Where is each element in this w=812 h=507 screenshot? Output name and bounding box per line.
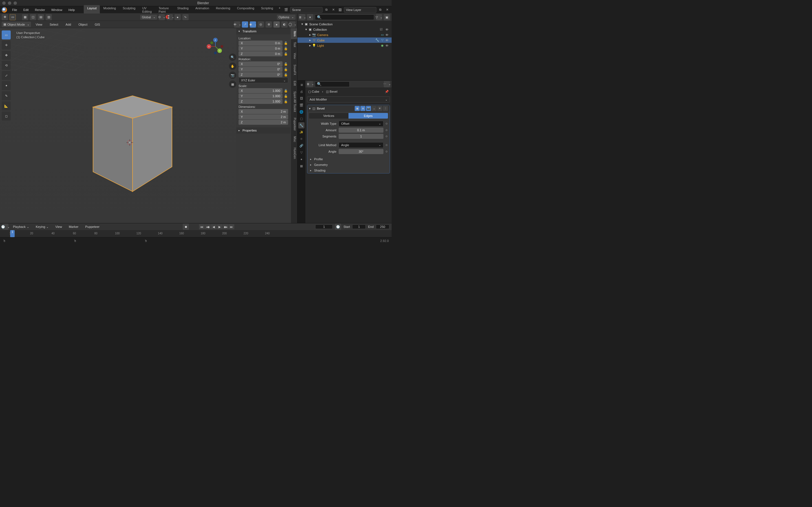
blender-logo-icon[interactable] — [2, 7, 7, 13]
anim-dot[interactable] — [386, 151, 388, 152]
workspace-tab-sculpting[interactable]: Sculpting — [119, 5, 139, 15]
add-menu[interactable]: Add — [63, 22, 74, 27]
outliner-displaymode-icon[interactable]: ▾ — [307, 14, 313, 20]
autokey-icon[interactable]: ⏺ — [183, 224, 189, 230]
viewport-options[interactable]: Options — [277, 15, 296, 20]
outliner-search[interactable] — [315, 14, 374, 20]
n-tab-item[interactable]: Item — [291, 28, 297, 39]
zoom-icon[interactable]: 🔍 — [229, 54, 236, 61]
eye-icon[interactable]: 👁 — [386, 39, 390, 42]
outliner-mode-icon[interactable]: ≣ — [299, 14, 305, 20]
scene-browse-icon[interactable]: 🎬 — [283, 7, 289, 13]
outliner-new-collection-icon[interactable]: ▣ — [384, 14, 390, 20]
tree-cube[interactable]: ▸ ▽ Cube 🔧 ▽ 👁 — [297, 38, 392, 43]
marker-menu[interactable]: Marker — [66, 224, 81, 229]
jump-start-icon[interactable]: ⏮ — [199, 224, 205, 229]
rotation-x[interactable]: X0° — [239, 61, 283, 66]
visibility-dropdown[interactable]: 👁 — [234, 21, 240, 27]
tab-constraints[interactable]: 🔗 — [298, 143, 305, 149]
dim-y[interactable]: Y2 m — [239, 114, 288, 119]
close-window[interactable] — [2, 1, 6, 5]
menu-file[interactable]: File — [9, 7, 20, 13]
outliner-filter-icon[interactable]: ▽ — [376, 14, 382, 20]
tl-puppeteer-menu[interactable]: Puppeteer — [83, 224, 102, 229]
tab-viewlayer[interactable]: 🖼 — [298, 95, 305, 101]
lock-icon[interactable]: 🔓 — [284, 99, 288, 104]
mod-dropdown-icon[interactable]: ⌄ — [371, 106, 377, 111]
tab-scene[interactable]: 🎬 — [298, 102, 305, 108]
angle-field[interactable]: 30° — [339, 149, 384, 154]
viewport-canvas[interactable]: User Perspective (1) Collection | Cube ▭… — [0, 28, 297, 223]
tab-output[interactable]: 🖨 — [298, 89, 305, 95]
eye-icon[interactable]: 👁 — [386, 44, 390, 47]
mod-extra-icon[interactable]: ⋮ — [383, 106, 388, 111]
viewlayer-copy-icon[interactable]: ⧉ — [377, 7, 383, 13]
workspace-tab-layout[interactable]: Layout — [84, 5, 100, 15]
tree-collection[interactable]: ▾ ▣ Collection ☑ 👁 — [297, 27, 392, 32]
gizmo-toggle-icon[interactable]: ↗ — [242, 21, 248, 27]
mod-render-icon[interactable]: 📷 — [366, 106, 371, 111]
n-tab-tool[interactable]: Tool — [291, 39, 297, 50]
tab-world[interactable]: 🌐 — [298, 109, 305, 115]
n-tab-view[interactable]: View — [291, 50, 297, 62]
scale-z[interactable]: Z1.000 — [239, 99, 283, 104]
viewlayer-delete-icon[interactable]: ✕ — [384, 7, 390, 13]
shading-render-icon[interactable]: ◯ — [289, 21, 296, 27]
overlay-toggle-icon[interactable]: ◉ — [250, 21, 256, 27]
segments-field[interactable]: 1 — [339, 134, 384, 139]
tool-scale[interactable]: ⤢ — [2, 71, 11, 80]
box-select-icon[interactable]: ▦ — [22, 14, 28, 20]
workspace-tab-compositing[interactable]: Compositing — [234, 5, 258, 15]
persp-ortho-icon[interactable]: ▦ — [229, 80, 236, 88]
scale-y[interactable]: Y1.000 — [239, 94, 283, 99]
orientation-dropdown[interactable]: Global — [140, 15, 157, 20]
tree-camera[interactable]: ▸ 📷 Camera ▭ 👁 — [297, 32, 392, 38]
proportional-falloff-icon[interactable]: ∿ — [183, 14, 189, 20]
n-tab-humgen[interactable]: HumGen — [291, 145, 297, 162]
pivot-dropdown[interactable]: ⊙ — [159, 14, 165, 20]
profile-section[interactable]: Profile — [307, 156, 390, 162]
lock-icon[interactable]: 🔓 — [284, 62, 288, 66]
scene-delete-icon[interactable]: ✕ — [331, 7, 336, 13]
tab-particles[interactable]: ✨ — [298, 129, 305, 135]
play-icon[interactable]: ▶ — [217, 224, 222, 229]
bevel-vertices-tab[interactable]: Vertices — [309, 113, 349, 119]
location-y[interactable]: Y0 m — [239, 46, 283, 51]
props-options-icon[interactable]: ⋯ — [384, 81, 390, 87]
tool-move[interactable]: ✥ — [2, 51, 11, 60]
select-menu[interactable]: Select — [47, 22, 61, 27]
shading-section[interactable]: Shading — [307, 168, 390, 173]
lock-icon[interactable]: 🔓 — [284, 67, 288, 71]
minimize-window[interactable] — [8, 1, 11, 5]
gis-menu[interactable]: GIS — [92, 22, 103, 27]
current-frame[interactable]: 1 — [315, 224, 333, 229]
scene-copy-icon[interactable]: ⧉ — [324, 7, 329, 13]
mod-delete-icon[interactable]: ✕ — [377, 106, 382, 111]
tab-mesh[interactable]: ▽ — [298, 149, 305, 156]
lock-icon[interactable]: 🔓 — [284, 89, 288, 93]
zoom-window[interactable] — [13, 1, 17, 5]
view-menu[interactable]: View — [33, 22, 45, 27]
jump-end-icon[interactable]: ⏭ — [229, 224, 234, 229]
width-type-dropdown[interactable]: Offset — [339, 121, 384, 126]
anim-dot[interactable] — [386, 123, 388, 124]
shading-solid-icon[interactable]: ● — [273, 21, 280, 27]
tab-texture[interactable]: ▦ — [298, 163, 305, 169]
tree-scene-collection[interactable]: ▾ ▣ Scene Collection — [297, 21, 392, 27]
lock-icon[interactable]: 🔓 — [284, 52, 288, 56]
checkbox-icon[interactable]: ☑ — [380, 27, 384, 31]
lock-icon[interactable]: 🔓 — [284, 46, 288, 51]
shading-matprev-icon[interactable]: ◐ — [282, 21, 288, 27]
tab-modifier[interactable]: 🔧 — [298, 122, 305, 128]
xray-icon[interactable]: ◎ — [258, 21, 264, 27]
limit-method-dropdown[interactable]: Angle — [339, 142, 384, 148]
mod-display-icon[interactable]: 🖥 — [360, 106, 365, 111]
properties-panel-header[interactable]: Properties — [236, 127, 290, 133]
start-frame[interactable]: 1 — [352, 224, 366, 229]
viewlayer-browse-icon[interactable]: 🖼 — [337, 7, 343, 13]
cube-object[interactable] — [90, 84, 175, 197]
add-modifier-dropdown[interactable]: Add Modifier — [307, 96, 390, 103]
menu-render[interactable]: Render — [32, 7, 48, 13]
shading-wire-icon[interactable]: ⊕ — [266, 21, 272, 27]
tool-add-cube[interactable]: ◻ — [2, 112, 11, 121]
